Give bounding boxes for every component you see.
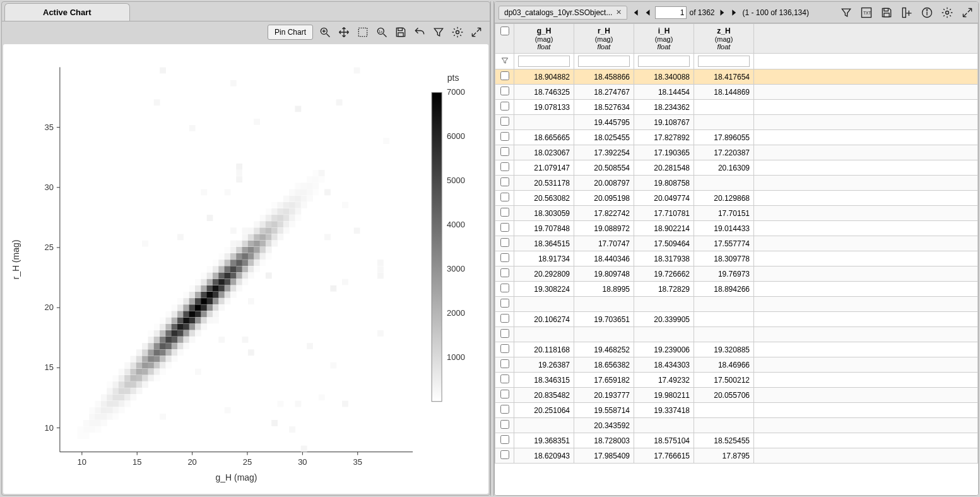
filter-icon[interactable]	[839, 6, 853, 20]
row-checkbox[interactable]	[500, 284, 509, 292]
svg-rect-327	[283, 215, 290, 221]
column-header-g_H[interactable]: g_H(mag)float	[514, 24, 574, 54]
row-checkbox[interactable]	[500, 405, 509, 414]
table-row[interactable]: 18.66566518.02545517.82789217.896055	[495, 130, 978, 145]
row-checkbox[interactable]	[500, 238, 509, 247]
table-row[interactable]: 18.30305917.82274217.71078117.70151	[495, 206, 978, 221]
table-row[interactable]: 19.44579519.108767	[495, 115, 978, 130]
svg-rect-149	[172, 318, 178, 324]
row-checkbox[interactable]	[500, 420, 509, 429]
prev-page-icon[interactable]	[642, 8, 652, 18]
table-expand-icon[interactable]	[960, 6, 974, 20]
row-checkbox[interactable]	[500, 147, 509, 156]
text-view-icon[interactable]: TXT	[859, 6, 873, 20]
filter-icon[interactable]	[432, 25, 446, 39]
row-checkbox[interactable]	[500, 102, 509, 111]
select-box-icon[interactable]	[356, 25, 370, 39]
row-checkbox[interactable]	[500, 329, 509, 338]
table-row[interactable]: 20.53117820.00879719.808758	[495, 176, 978, 191]
row-checkbox[interactable]	[500, 87, 509, 95]
first-page-icon[interactable]	[630, 8, 640, 18]
table-row[interactable]: 19.36835118.72800318.57510418.525455	[495, 433, 978, 448]
table-row[interactable]: 18.02306717.39225417.19036517.220387	[495, 145, 978, 160]
filter-input-r_H[interactable]	[578, 56, 630, 67]
table-row[interactable]: 20.56308220.09519820.04977420.129868	[495, 191, 978, 206]
table-row[interactable]	[495, 327, 978, 342]
row-checkbox[interactable]	[500, 208, 509, 217]
row-checkbox[interactable]	[500, 390, 509, 398]
row-checkbox[interactable]	[500, 344, 509, 353]
pin-chart-button[interactable]: Pin Chart	[268, 25, 313, 40]
info-icon[interactable]	[920, 6, 934, 20]
table-row[interactable]: 19.70784819.08897218.90221419.014433	[495, 221, 978, 236]
table-row[interactable]: 19.30822418.899518.7282918.894266	[495, 282, 978, 297]
chart-area[interactable]: 101520253035101520253035g_H (mag)r_H (ma…	[3, 44, 488, 494]
next-page-icon[interactable]	[717, 8, 728, 18]
filter-input-g_H[interactable]	[518, 56, 570, 67]
cell: 20.095198	[574, 191, 634, 206]
table-row[interactable]: 18.36451517.7074717.50946417.557774	[495, 236, 978, 251]
select-all-checkbox[interactable]	[500, 27, 509, 35]
svg-rect-226	[218, 279, 225, 285]
row-checkbox[interactable]	[500, 314, 509, 323]
table-settings-icon[interactable]	[940, 6, 954, 20]
table-scroll[interactable]: g_H(mag)floatr_H(mag)floati_H(mag)floatz…	[495, 23, 978, 495]
table-row[interactable]: 19.07813318.52763418.234362	[495, 100, 978, 115]
pan-icon[interactable]	[337, 25, 351, 39]
zoom-reset-icon[interactable]: 1x	[375, 25, 389, 39]
table-row[interactable]: 21.07914720.50855420.28154820.16309	[495, 160, 978, 176]
table-row[interactable]: 20.25106419.55871419.337418	[495, 403, 978, 418]
column-header-i_H[interactable]: i_H(mag)float	[634, 24, 694, 54]
table-row[interactable]: 20.11816819.46825219.23900619.320885	[495, 342, 978, 357]
save-table-icon[interactable]	[880, 6, 894, 20]
table-row[interactable]: 20.10627419.70365120.339905	[495, 312, 978, 327]
close-tab-icon[interactable]: ✕	[616, 8, 622, 16]
table-row[interactable]: 20.29280919.80974819.72666219.76973	[495, 266, 978, 282]
svg-rect-375	[377, 266, 384, 272]
table-row[interactable]: 19.2638718.65638218.43430318.46966	[495, 357, 978, 373]
table-row[interactable]: 18.62094317.98540917.76661517.8795	[495, 448, 978, 464]
row-checkbox[interactable]	[500, 193, 509, 201]
select-all-header[interactable]	[495, 24, 514, 54]
expand-icon[interactable]	[469, 25, 483, 39]
filter-toggle-icon[interactable]	[495, 54, 514, 69]
table-row[interactable]	[495, 297, 978, 312]
table-row[interactable]: 20.83548220.19377719.98021120.055706	[495, 388, 978, 403]
row-checkbox[interactable]	[500, 268, 509, 277]
filter-input-z_H[interactable]	[698, 56, 750, 67]
row-checkbox[interactable]	[500, 223, 509, 232]
cell: 18.525455	[694, 433, 754, 448]
table-row[interactable]: 18.74632518.27476718.1445418.144869	[495, 85, 978, 100]
column-header-r_H[interactable]: r_H(mag)float	[574, 24, 634, 54]
row-checkbox[interactable]	[500, 117, 509, 126]
row-checkbox[interactable]	[500, 132, 509, 141]
page-input[interactable]	[655, 6, 687, 19]
table-row[interactable]: 18.9173418.44034618.31793818.309778	[495, 251, 978, 266]
row-checkbox[interactable]	[500, 177, 509, 186]
row-checkbox[interactable]	[500, 374, 509, 383]
filter-input-i_H[interactable]	[638, 56, 690, 67]
add-column-icon[interactable]	[900, 6, 914, 20]
row-checkbox[interactable]	[500, 359, 509, 368]
svg-rect-349	[301, 189, 307, 195]
tab-active-chart[interactable]: Active Chart	[4, 3, 130, 21]
undo-icon[interactable]	[413, 25, 427, 39]
row-checkbox[interactable]	[500, 71, 509, 80]
row-checkbox[interactable]	[500, 162, 509, 171]
cell	[694, 100, 754, 115]
row-checkbox[interactable]	[500, 253, 509, 262]
zoom-in-icon[interactable]	[318, 25, 332, 39]
column-header-z_H[interactable]: z_H(mag)float	[694, 24, 754, 54]
row-checkbox[interactable]	[500, 435, 509, 444]
save-icon[interactable]	[394, 25, 408, 39]
table-tab[interactable]: dp03_catalogs_10yr.SSObject... ✕	[499, 6, 627, 20]
table-row[interactable]: 20.343592	[495, 418, 978, 433]
last-page-icon[interactable]	[730, 8, 740, 18]
svg-rect-373	[377, 330, 384, 337]
row-checkbox[interactable]	[500, 450, 509, 459]
table-row[interactable]: 18.34631517.65918217.4923217.500212	[495, 373, 978, 388]
table-row[interactable]: 18.90488218.45886618.34008818.417654	[495, 69, 978, 85]
row-checkbox[interactable]	[500, 299, 509, 308]
heatmap-plot[interactable]: 101520253035101520253035g_H (mag)r_H (ma…	[3, 44, 488, 494]
settings-icon[interactable]	[451, 25, 464, 39]
